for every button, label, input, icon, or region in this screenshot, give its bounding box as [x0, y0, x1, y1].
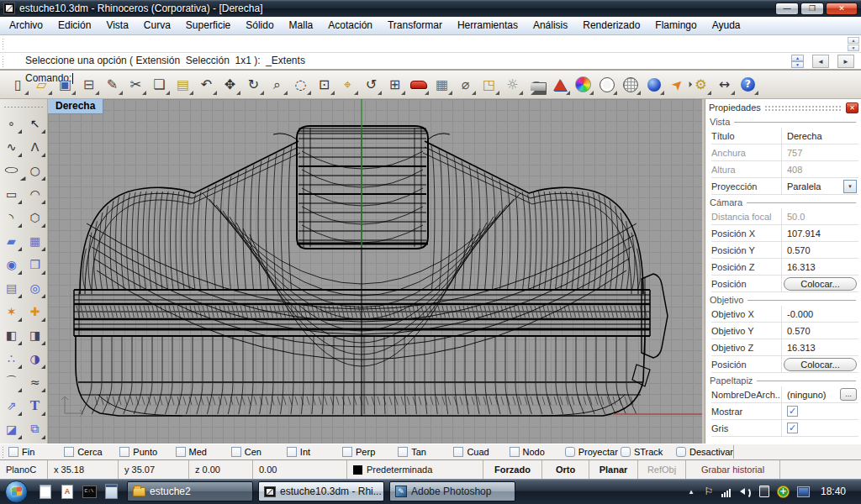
color-wheel-icon[interactable]	[572, 73, 594, 96]
point-edit-icon[interactable]: ⌒	[1, 371, 22, 392]
colocar-button[interactable]: Colocar...	[784, 358, 857, 371]
osnap-toggle[interactable]	[621, 447, 631, 457]
prop-value[interactable]: Paralela	[782, 181, 843, 192]
menu-curva[interactable]: Curva	[136, 17, 178, 34]
prop-value[interactable]: 0.570	[782, 326, 858, 336]
osnap-checkbox[interactable]	[510, 447, 520, 457]
viewport-layout-icon[interactable]: ⊞	[383, 73, 406, 96]
osnap-med[interactable]: Med	[176, 447, 231, 457]
osnap-cerca[interactable]: Cerca	[64, 447, 119, 457]
prop-value[interactable]: 16.313	[782, 262, 858, 272]
split-icon[interactable]: ◨	[24, 324, 45, 345]
tray-expand-icon[interactable]	[686, 486, 696, 497]
scroll-down-button[interactable]: ▼	[848, 45, 859, 51]
help-icon[interactable]	[737, 73, 759, 96]
block-icon[interactable]: ◪	[1, 418, 22, 439]
status-predeterminada[interactable]: Predeterminada	[347, 460, 483, 479]
notepad-icon[interactable]	[37, 482, 54, 501]
status-refobj[interactable]: RefObj	[638, 460, 686, 479]
osnap-toggle[interactable]	[676, 447, 686, 457]
save-icon[interactable]: ▣	[54, 73, 77, 96]
sphere-icon[interactable]: ◉	[1, 254, 22, 275]
tray-clipboard-icon[interactable]	[759, 486, 769, 497]
selection-filter-icon[interactable]: ◳	[478, 73, 500, 96]
edit-document-icon[interactable]: ✎	[101, 73, 124, 96]
move-car-icon[interactable]	[407, 73, 430, 96]
osnap-checkbox[interactable]	[119, 447, 129, 457]
zoom-window-icon[interactable]: ◌	[289, 73, 312, 96]
menu-edicion[interactable]: Edición	[50, 17, 98, 34]
undo-view-icon[interactable]: ↺	[360, 73, 383, 96]
prop-value[interactable]: 0.570	[782, 245, 858, 255]
status-orto[interactable]: Orto	[542, 460, 589, 479]
copy-icon[interactable]: ❏	[148, 73, 171, 96]
ellipse-icon[interactable]: ⬭	[0, 160, 25, 181]
colocar-button[interactable]: Colocar...	[784, 277, 857, 291]
pan-icon[interactable]: ✥	[219, 73, 241, 96]
osnap-checkbox[interactable]	[453, 447, 463, 457]
paste-icon[interactable]: ▤	[172, 73, 194, 96]
prop-value[interactable]: 16.313	[782, 343, 858, 353]
task-button-estuche103dm[interactable]: estuche10.3dm - Rhi...	[258, 481, 384, 501]
osnap-cuad[interactable]: Cuad	[453, 447, 509, 457]
measure-radius-icon[interactable]: ⌀	[454, 73, 477, 96]
polyline-icon[interactable]: Λ	[24, 136, 45, 157]
history-forward-button[interactable]: ►	[837, 55, 854, 68]
tray-network-icon[interactable]	[721, 486, 732, 497]
status-grabar-historial[interactable]: Grabar historial	[686, 460, 780, 479]
osnap-perp[interactable]: Perp	[342, 447, 398, 457]
control-curve-icon[interactable]: ∿	[1, 136, 22, 157]
taskbar-clock[interactable]: 18:40	[821, 486, 846, 497]
select-arrow-icon[interactable]: ↖	[24, 113, 45, 134]
status-planar[interactable]: Planar	[589, 460, 638, 479]
dimension-icon[interactable]: ↔	[713, 73, 736, 96]
osnap-fin[interactable]: Fin	[8, 447, 64, 457]
print-icon[interactable]: ⊟	[77, 73, 100, 96]
panel-drag-dots[interactable]	[764, 105, 843, 112]
osnap-checkbox[interactable]	[398, 447, 408, 457]
text-icon[interactable]: T	[24, 395, 45, 416]
arc-icon[interactable]: ◠	[24, 183, 45, 204]
spinner-up-button[interactable]: ▲	[791, 55, 804, 61]
history-back-button[interactable]: ◄	[812, 55, 829, 68]
undo-icon[interactable]: ↶	[195, 73, 218, 96]
group-icon[interactable]: ⧉	[24, 418, 45, 439]
osnap-int[interactable]: Int	[287, 447, 342, 457]
prop-value[interactable]: Derecha	[782, 131, 858, 141]
tray-volume-icon[interactable]	[739, 486, 752, 497]
menu-flamingo[interactable]: Flamingo	[647, 17, 704, 34]
tray-flag-icon[interactable]	[704, 486, 714, 497]
point-icon[interactable]: ∘	[1, 113, 22, 134]
lightbulb-icon[interactable]: ☼	[501, 73, 524, 96]
menu-solido[interactable]: Sólido	[238, 17, 281, 34]
browse-button[interactable]: ...	[840, 388, 857, 401]
cplane-grid-icon[interactable]: ▦	[430, 73, 453, 96]
menu-ayuda[interactable]: Ayuda	[705, 17, 748, 34]
spinner-down-button[interactable]: ▼	[791, 61, 804, 68]
shaded-display-icon[interactable]	[548, 73, 571, 96]
explode-icon[interactable]: ✶	[1, 301, 22, 322]
layer-colors-icon[interactable]: ∴	[1, 348, 22, 369]
panel-close-icon[interactable]: ✕	[846, 102, 858, 113]
calculator-icon[interactable]	[103, 482, 119, 501]
osnap-proyectar[interactable]: Proyectar	[565, 447, 621, 457]
command-grip2[interactable]	[2, 55, 4, 68]
dropdown-arrow-icon[interactable]: ▼	[843, 180, 857, 193]
curve-fillet-icon[interactable]: ◝	[1, 207, 22, 228]
cut-icon[interactable]: ✂	[124, 73, 147, 96]
trim-icon[interactable]: ◧	[1, 324, 22, 345]
blend-curve-icon[interactable]: ≈	[24, 371, 45, 392]
tray-display-icon[interactable]	[797, 486, 810, 497]
zoom-extents-icon[interactable]: ⊡	[313, 73, 335, 96]
polygon-icon[interactable]: ⬡	[24, 207, 45, 228]
toolbar-grip[interactable]	[3, 106, 44, 109]
mesh-icon[interactable]: ▤	[1, 277, 22, 298]
menu-herramientas[interactable]: Herramientas	[450, 17, 526, 34]
lock-icon[interactable]	[525, 73, 547, 96]
open-folder-icon[interactable]: ▱	[30, 73, 53, 96]
move-icon[interactable]: ⇗	[1, 395, 22, 416]
minimize-button[interactable]: —	[775, 3, 799, 15]
boolean-icon[interactable]: ✚	[24, 301, 45, 322]
task-button-Adobe[interactable]: Adobe Photoshop	[389, 481, 515, 501]
osnap-nodo[interactable]: Nodo	[510, 447, 565, 457]
